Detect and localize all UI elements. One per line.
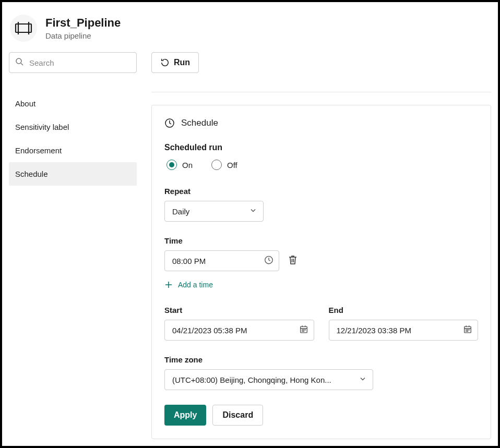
sidebar-item-schedule[interactable]: Schedule (9, 162, 137, 186)
svg-point-27 (466, 331, 467, 332)
svg-point-18 (302, 331, 302, 332)
sidebar-item-endorsement[interactable]: Endorsement (9, 139, 137, 162)
panel-title: Schedule (181, 118, 218, 128)
sidebar-nav: About Sensitivity label Endorsement Sche… (9, 92, 137, 186)
footer-buttons: Apply Discard (164, 405, 478, 426)
chevron-down-icon (249, 207, 257, 216)
timezone-label: Time zone (164, 355, 478, 364)
add-time-label: Add a time (178, 281, 213, 289)
run-button[interactable]: Run (151, 52, 199, 73)
page-header: First_Pipeline Data pipeline (9, 15, 491, 42)
start-end-row: Start 04/21/2023 05:38 PM (164, 306, 478, 341)
refresh-icon (160, 58, 170, 67)
start-value: 04/21/2023 05:38 PM (172, 326, 247, 335)
end-value: 12/21/2023 03:38 PM (337, 326, 411, 335)
divider (151, 92, 491, 92)
run-button-label: Run (174, 58, 190, 67)
search-icon (15, 57, 23, 68)
time-label: Time (164, 236, 478, 245)
main-content: Run Schedule Scheduled run (151, 52, 491, 439)
radio-on-label: On (182, 161, 193, 169)
sidebar-item-about[interactable]: About (9, 92, 137, 115)
scheduled-run-radio-group: On Off (164, 160, 478, 170)
repeat-select[interactable]: Daily (164, 201, 264, 222)
timezone-select[interactable]: (UTC+08:00) Beijing, Chongqing, Hong Kon… (164, 369, 373, 390)
end-label: End (329, 306, 479, 314)
svg-point-3 (16, 58, 21, 64)
radio-on[interactable]: On (166, 160, 193, 170)
calendar-icon (463, 325, 472, 336)
timezone-value: (UTC+08:00) Beijing, Chongqing, Hong Kon… (172, 376, 331, 384)
scheduled-run-label: Scheduled run (164, 143, 478, 152)
svg-point-25 (467, 330, 468, 330)
add-time-button[interactable]: Add a time (164, 281, 213, 289)
page-title: First_Pipeline (45, 16, 121, 30)
svg-point-17 (305, 330, 305, 330)
repeat-value: Daily (172, 207, 189, 216)
toolbar: Run (151, 52, 491, 73)
repeat-label: Repeat (164, 187, 478, 196)
apply-button[interactable]: Apply (164, 405, 206, 426)
sidebar-item-sensitivity-label[interactable]: Sensitivity label (9, 115, 137, 139)
calendar-icon (299, 325, 308, 336)
repeat-field: Repeat Daily (164, 187, 478, 222)
discard-button[interactable]: Discard (212, 405, 263, 426)
schedule-clock-icon (164, 118, 175, 128)
svg-point-19 (303, 331, 304, 332)
time-field: Time 08:00 PM (164, 236, 478, 291)
clock-icon (264, 256, 273, 267)
plus-icon (164, 281, 173, 289)
svg-point-16 (303, 330, 304, 330)
radio-off-label: Off (227, 161, 237, 169)
radio-off[interactable]: Off (211, 160, 237, 170)
panel-header: Schedule (164, 118, 478, 128)
svg-point-15 (302, 330, 302, 330)
start-label: Start (164, 306, 314, 314)
time-value: 08:00 PM (172, 257, 206, 265)
chevron-down-icon (359, 376, 366, 384)
pipeline-icon (10, 15, 37, 42)
search-input[interactable] (9, 52, 137, 73)
svg-point-24 (466, 330, 467, 330)
radio-on-circle (166, 160, 177, 170)
delete-time-button[interactable] (288, 255, 298, 267)
svg-line-4 (21, 63, 23, 65)
page-subtitle: Data pipeline (45, 31, 121, 40)
timezone-field: Time zone (UTC+08:00) Beijing, Chongqing… (164, 355, 478, 390)
svg-point-28 (467, 331, 468, 332)
svg-point-26 (469, 330, 469, 330)
end-input[interactable]: 12/21/2023 03:38 PM (329, 320, 479, 341)
schedule-panel: Schedule Scheduled run On Off Re (151, 105, 491, 439)
start-input[interactable]: 04/21/2023 05:38 PM (164, 320, 314, 341)
sidebar: About Sensitivity label Endorsement Sche… (9, 52, 137, 439)
radio-off-circle (211, 160, 222, 170)
time-input[interactable]: 08:00 PM (164, 250, 279, 271)
